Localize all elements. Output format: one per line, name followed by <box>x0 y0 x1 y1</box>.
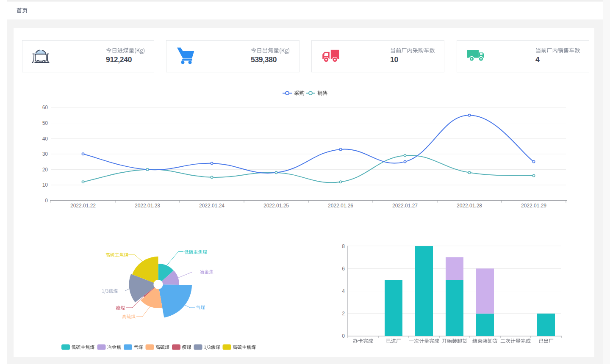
svg-text:8: 8 <box>342 243 345 249</box>
svg-text:2022.01.23: 2022.01.23 <box>135 203 160 209</box>
svg-text:2022.01.29: 2022.01.29 <box>521 203 546 209</box>
svg-text:4: 4 <box>535 55 540 64</box>
svg-text:0: 0 <box>45 198 48 204</box>
svg-text:2022.01.22: 2022.01.22 <box>70 203 96 209</box>
svg-text:2022.01.25: 2022.01.25 <box>263 203 289 209</box>
svg-text:4: 4 <box>342 288 345 294</box>
svg-text:6: 6 <box>342 266 345 272</box>
svg-text:2022.01.28: 2022.01.28 <box>457 203 482 209</box>
svg-text:10: 10 <box>390 55 398 64</box>
svg-text:2: 2 <box>342 311 345 317</box>
svg-text:539,380: 539,380 <box>251 55 277 64</box>
svg-text:2022.01.27: 2022.01.27 <box>392 203 418 209</box>
svg-text:2022.01.26: 2022.01.26 <box>328 203 353 209</box>
svg-text:20: 20 <box>42 167 48 173</box>
svg-text:60: 60 <box>42 105 48 110</box>
svg-text:10: 10 <box>42 182 48 188</box>
svg-text:50: 50 <box>42 120 48 126</box>
svg-text:40: 40 <box>42 136 48 142</box>
svg-text:912,240: 912,240 <box>106 55 132 64</box>
svg-text:30: 30 <box>42 151 48 157</box>
svg-text:2022.01.24: 2022.01.24 <box>199 203 225 209</box>
svg-text:0: 0 <box>342 333 345 339</box>
